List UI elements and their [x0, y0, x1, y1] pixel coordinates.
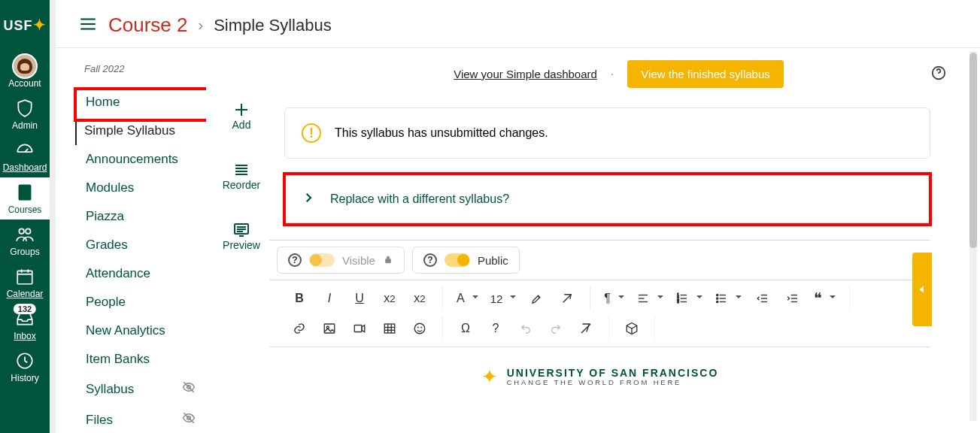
bold-button[interactable]: B: [284, 286, 314, 310]
institution-logo[interactable]: USF✦: [6, 6, 44, 44]
rich-text-editor: ? Visible ? Public: [269, 240, 930, 395]
emoji-button[interactable]: [405, 316, 435, 341]
shield-icon: [15, 98, 35, 119]
book-icon: [15, 182, 35, 203]
special-char-button[interactable]: Ω: [451, 316, 481, 341]
svg-marker-58: [362, 326, 365, 332]
tool-reorder[interactable]: Reorder: [223, 161, 261, 191]
coursenav-people[interactable]: People: [81, 288, 199, 316]
svg-point-64: [414, 323, 425, 334]
inbox-badge: 132: [14, 304, 36, 314]
highlight-button[interactable]: [522, 286, 552, 310]
breadcrumb-bar: Course 2 › Simple Syllabus: [56, 0, 980, 48]
view-finished-button[interactable]: View the finished syllabus: [627, 60, 784, 88]
hamburger-icon[interactable]: [78, 14, 98, 37]
main-area: Add Reorder Preview View your Simple das…: [206, 48, 980, 433]
help-icon[interactable]: ?: [423, 253, 437, 267]
coursenav-home[interactable]: Home: [81, 88, 199, 117]
editor-toolbar: B I U x2 x2 A 12: [269, 280, 930, 347]
tool-add[interactable]: Add: [232, 101, 251, 131]
undo-button[interactable]: [511, 316, 541, 341]
svg-point-66: [421, 327, 422, 328]
superscript-button[interactable]: x2: [405, 286, 435, 310]
remove-styles-button[interactable]: [571, 316, 601, 341]
warning-icon: !: [302, 123, 321, 143]
image-button[interactable]: [314, 316, 344, 341]
svg-rect-59: [384, 324, 395, 333]
coursenav-piazza[interactable]: Piazza: [81, 202, 199, 231]
course-nav: Fall 2022 Home Simple Syllabus Announcem…: [56, 48, 206, 433]
coursenav-item-banks[interactable]: Item Banks: [81, 345, 199, 374]
redo-button[interactable]: [541, 316, 571, 341]
global-nav: USF✦ Account Admin Dashboard Courses Gro…: [0, 0, 50, 433]
svg-point-44: [717, 298, 718, 299]
hidden-eye-icon: [182, 380, 196, 398]
collapse-handle[interactable]: [912, 253, 932, 326]
main-scrollbar[interactable]: [969, 51, 977, 421]
nav-inbox[interactable]: 132 Inbox: [0, 304, 50, 346]
visible-toggle[interactable]: [309, 253, 335, 267]
tool-preview[interactable]: Preview: [223, 221, 260, 251]
unsubmitted-text: This syllabus has unsubmitted changes.: [335, 126, 548, 140]
breadcrumb-page: Simple Syllabus: [214, 16, 332, 35]
avatar: [12, 53, 38, 79]
replace-syllabus-card[interactable]: Replace with a different syllabus?: [284, 175, 930, 223]
nav-history[interactable]: History: [0, 346, 50, 388]
svg-rect-33: [385, 259, 390, 262]
visibility-pill[interactable]: ? Visible: [277, 247, 405, 274]
coursenav-syllabus[interactable]: Syllabus: [81, 374, 199, 404]
font-size-select[interactable]: 12: [484, 286, 523, 310]
coursenav-grades[interactable]: Grades: [81, 231, 199, 259]
term-label: Fall 2022: [84, 63, 199, 74]
svg-rect-5: [17, 271, 32, 283]
help-button[interactable]: ?: [481, 316, 511, 341]
nav-courses[interactable]: Courses: [0, 177, 50, 220]
help-icon[interactable]: ?: [288, 253, 302, 267]
nav-account[interactable]: Account: [0, 51, 50, 93]
nav-groups[interactable]: Groups: [0, 220, 50, 262]
svg-rect-55: [324, 324, 335, 333]
breadcrumb-course[interactable]: Course 2: [108, 14, 188, 37]
gauge-icon: [15, 140, 35, 161]
table-button[interactable]: [375, 316, 405, 341]
indent-button[interactable]: [778, 286, 808, 310]
inbox-icon: 132: [15, 308, 35, 329]
svg-text:3: 3: [677, 300, 679, 304]
clear-format-button[interactable]: [552, 286, 582, 310]
nav-dashboard[interactable]: Dashboard: [0, 135, 50, 177]
coursenav-new-analytics[interactable]: New Analytics: [81, 316, 199, 345]
help-icon[interactable]: [930, 65, 947, 84]
outdent-button[interactable]: [748, 286, 778, 310]
page-scrollbar-track[interactable]: [50, 0, 56, 433]
svg-point-65: [417, 327, 418, 328]
bullet-list-button[interactable]: [708, 286, 748, 310]
coursenav-attendance[interactable]: Attendance: [81, 259, 199, 288]
nav-admin[interactable]: Admin: [0, 93, 50, 135]
nav-calendar[interactable]: Calendar: [0, 262, 50, 304]
hidden-eye-icon: [182, 411, 196, 428]
svg-line-67: [581, 324, 590, 333]
ordered-list-button[interactable]: 123: [669, 286, 708, 310]
italic-button[interactable]: I: [314, 286, 344, 310]
dashboard-link[interactable]: View your Simple dashboard: [454, 68, 597, 80]
public-pill[interactable]: ? Public: [412, 247, 520, 274]
svg-rect-57: [354, 326, 362, 332]
coursenav-modules[interactable]: Modules: [81, 174, 199, 202]
unsubmitted-banner: ! This syllabus has unsubmitted changes.: [284, 107, 930, 159]
coursenav-files[interactable]: Files: [81, 404, 199, 433]
public-toggle[interactable]: [444, 253, 470, 267]
subscript-button[interactable]: x2: [375, 286, 405, 310]
svg-point-43: [717, 294, 718, 295]
editor-side-tools: Add Reorder Preview: [206, 48, 277, 433]
paragraph-format-button[interactable]: ¶: [598, 286, 630, 310]
underline-button[interactable]: U: [344, 286, 375, 310]
coursenav-announcements[interactable]: Announcements: [81, 145, 199, 174]
package-button[interactable]: [617, 316, 647, 341]
coursenav-simple-syllabus[interactable]: Simple Syllabus: [75, 117, 199, 145]
align-button[interactable]: [630, 286, 669, 310]
link-button[interactable]: [284, 316, 314, 341]
clock-icon: [15, 350, 35, 371]
quote-button[interactable]: ❝: [808, 286, 842, 310]
font-color-button[interactable]: A: [451, 286, 484, 310]
video-button[interactable]: [344, 316, 375, 341]
